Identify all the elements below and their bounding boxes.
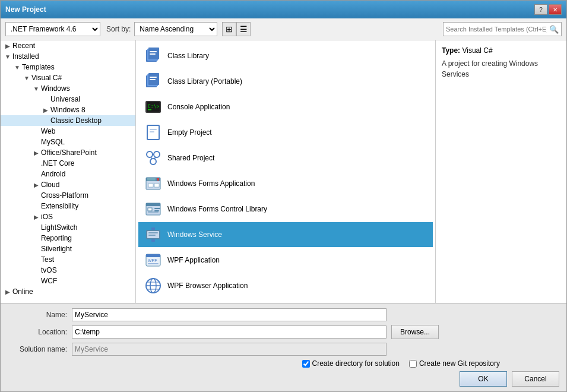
toggle-windows: ▼	[31, 86, 41, 92]
svg-rect-27	[148, 184, 153, 187]
help-button[interactable]: ?	[534, 4, 547, 15]
search-input[interactable]	[446, 26, 547, 33]
toggle-net-core	[31, 160, 41, 167]
template-class-library[interactable]: Class Library	[138, 43, 433, 68]
toggle-test	[31, 257, 41, 263]
template-wpf-application[interactable]: WPF WPF Application	[138, 248, 433, 273]
create-directory-checkbox-item: Create directory for solution	[302, 359, 400, 368]
template-class-library-portable[interactable]: Class Library (Portable)	[138, 69, 433, 94]
tree-item-silverlight[interactable]: Silverlight	[1, 244, 135, 254]
toggle-recent: ▶	[3, 43, 12, 49]
toggle-classic-desktop	[41, 118, 50, 124]
tree-item-net-core[interactable]: .NET Core	[1, 158, 135, 169]
cancel-button[interactable]: Cancel	[512, 371, 559, 387]
create-directory-checkbox[interactable]	[302, 360, 310, 368]
svg-rect-39	[151, 227, 155, 230]
svg-rect-4	[150, 53, 156, 55]
toggle-extensibility	[31, 203, 41, 210]
toggle-universal	[41, 96, 50, 103]
tree-item-reporting[interactable]: Reporting	[1, 233, 135, 244]
tree-item-cross-platform[interactable]: Cross-Platform	[1, 190, 135, 201]
windows-forms-control-library-name: Windows Forms Control Library	[167, 205, 267, 213]
solution-name-label: Solution name:	[8, 345, 67, 353]
shared-project-icon	[144, 148, 163, 167]
framework-select[interactable]: .NET Framework 4.6	[5, 22, 100, 36]
svg-rect-30	[146, 203, 160, 206]
template-wpf-custom-control-library[interactable]: WPF Custom Control Library	[138, 299, 433, 303]
template-wpf-browser-application[interactable]: WPF Browser Application	[138, 273, 433, 298]
tree-item-lightswitch[interactable]: LightSwitch	[1, 222, 135, 233]
tree-item-extensibility[interactable]: Extensibility	[1, 201, 135, 211]
tree-item-online[interactable]: ▶ Online	[1, 286, 135, 297]
name-input[interactable]	[72, 308, 387, 321]
tree-item-android[interactable]: Android	[1, 169, 135, 179]
console-application-icon: C:\>	[144, 97, 163, 116]
solution-name-input[interactable]	[72, 343, 387, 356]
svg-rect-33	[154, 210, 159, 211]
list-view-button[interactable]: ☰	[236, 22, 251, 36]
tree-item-installed[interactable]: ▼ Installed	[1, 51, 135, 62]
class-library-icon	[144, 46, 163, 65]
toggle-online: ▶	[3, 289, 12, 295]
class-library-portable-icon	[144, 72, 163, 91]
tree-item-universal[interactable]: Universal	[1, 94, 135, 105]
type-label-text: Type:	[442, 46, 460, 55]
tree-item-windows8[interactable]: ▶ Windows 8	[1, 105, 135, 115]
tree-item-cloud[interactable]: ▶ Cloud	[1, 179, 135, 190]
template-console-application[interactable]: C:\> Console Application	[138, 94, 433, 119]
svg-rect-25	[147, 178, 156, 181]
wpf-browser-application-name: WPF Browser Application	[167, 282, 248, 290]
svg-point-19	[150, 159, 156, 165]
tree-item-ios[interactable]: ▶ iOS	[1, 211, 135, 222]
name-row: Name:	[8, 308, 559, 321]
tree-item-web[interactable]: Web	[1, 126, 135, 137]
tree-item-tvos[interactable]: tvOS	[1, 265, 135, 276]
svg-rect-37	[148, 232, 158, 233]
svg-rect-8	[150, 77, 157, 78]
tree-item-classic-desktop[interactable]: Classic Desktop	[1, 115, 135, 126]
shared-project-name: Shared Project	[167, 154, 214, 162]
tree-item-office-sharepoint[interactable]: ▶ Office/SharePoint	[1, 147, 135, 158]
template-windows-forms-application[interactable]: Windows Forms Application	[138, 171, 433, 196]
tree-item-wcf[interactable]: WCF	[1, 276, 135, 286]
tree-item-visual-c[interactable]: ▼ Visual C#	[1, 72, 135, 83]
title-bar: New Project ? ✕	[1, 1, 566, 18]
wpf-application-icon: WPF	[144, 251, 163, 270]
create-git-checkbox[interactable]	[409, 360, 417, 368]
new-project-dialog: New Project ? ✕ .NET Framework 4.6 Sort …	[0, 0, 567, 392]
action-buttons: OK Cancel	[8, 371, 559, 387]
template-shared-project[interactable]: Shared Project	[138, 146, 433, 170]
svg-rect-38	[148, 235, 156, 236]
template-empty-project[interactable]: Empty Project	[138, 120, 433, 145]
center-panel: Class Library Class Libr	[136, 40, 436, 303]
wpf-browser-application-icon	[144, 276, 163, 295]
tree-item-templates[interactable]: ▼ Templates	[1, 62, 135, 72]
svg-rect-16	[150, 131, 154, 132]
create-git-label[interactable]: Create new Git repository	[419, 359, 500, 368]
browse-button[interactable]: Browse...	[391, 325, 439, 339]
ok-button[interactable]: OK	[460, 371, 507, 387]
grid-view-button[interactable]: ⊞	[222, 22, 236, 36]
bottom-form: Name: Location: Browse... Solution name:…	[1, 303, 566, 391]
toggle-windows8: ▶	[41, 107, 50, 113]
sort-select[interactable]: Name Ascending	[134, 22, 217, 36]
toggle-ios: ▶	[31, 214, 41, 220]
type-value: Visual C#	[462, 46, 492, 55]
close-button[interactable]: ✕	[549, 4, 562, 15]
template-windows-forms-control-library[interactable]: Windows Forms Control Library	[138, 197, 433, 222]
tree-item-recent[interactable]: ▶ Recent	[1, 40, 135, 51]
title-bar-buttons: ? ✕	[534, 4, 562, 15]
tree-item-test[interactable]: Test	[1, 254, 135, 265]
toggle-silverlight	[31, 246, 41, 252]
svg-rect-3	[150, 51, 157, 52]
toggle-cloud: ▶	[31, 182, 41, 188]
tree-item-windows[interactable]: ▼ Windows	[1, 83, 135, 94]
checkboxes-row: Create directory for solution Create new…	[8, 359, 559, 368]
template-windows-service[interactable]: Windows Service	[138, 222, 433, 247]
windows-forms-application-icon	[144, 174, 163, 193]
toggle-installed: ▼	[3, 53, 12, 60]
tree-item-mysql[interactable]: MySQL	[1, 137, 135, 147]
create-directory-label[interactable]: Create directory for solution	[312, 359, 400, 368]
svg-rect-32	[154, 208, 160, 209]
location-input[interactable]	[72, 325, 387, 339]
